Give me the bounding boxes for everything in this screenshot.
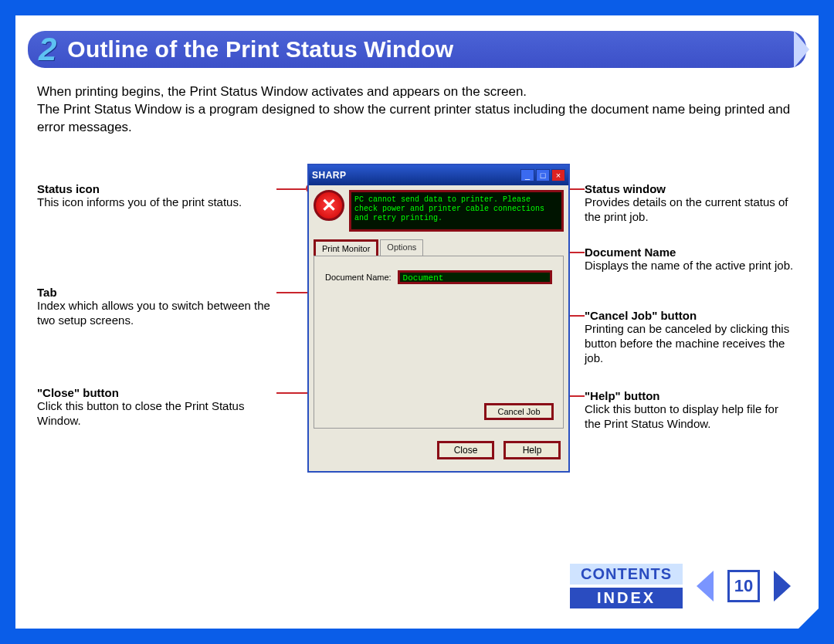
section-title-bar: 2 Outline of the Print Status Window	[28, 31, 806, 68]
status-area: ✕ PC cannot send data to printer. Please…	[309, 185, 568, 236]
status-error-icon: ✕	[314, 190, 344, 221]
maximize-icon[interactable]: □	[536, 169, 550, 181]
document-name-label: Document Name:	[325, 273, 392, 282]
document-name-field: Document	[398, 270, 552, 284]
tab-print-monitor[interactable]: Print Monitor	[314, 239, 378, 256]
chevron-right-icon	[794, 31, 809, 68]
next-page-icon[interactable]	[774, 571, 791, 602]
callout-tab: Tab Index which allows you to switch bet…	[37, 286, 276, 331]
cancel-job-button[interactable]: Cancel Job	[484, 403, 554, 420]
tab-options[interactable]: Options	[380, 239, 423, 256]
print-status-window: SHARP _ □ × ✕ PC cannot send data to pri…	[307, 164, 570, 473]
prev-page-icon[interactable]	[697, 571, 714, 602]
dialog-button-row: Close Help	[309, 433, 568, 467]
callout-status-icon: Status icon This icon informs you of the…	[37, 182, 276, 213]
tab-body: Document Name: Document Cancel Job	[314, 256, 564, 429]
status-message-panel: PC cannot send data to printer. Please c…	[349, 190, 564, 232]
callout-close-button: "Close" button Click this button to clos…	[37, 386, 276, 432]
footer-nav: CONTENTS INDEX 10	[570, 564, 791, 608]
manual-page: 2 Outline of the Print Status Window Whe…	[14, 14, 820, 630]
document-name-row: Document Name: Document	[325, 270, 552, 284]
window-close-icon[interactable]: ×	[551, 169, 565, 181]
callout-cancel-job: "Cancel Job" button Printing can be canc…	[585, 309, 797, 368]
window-titlebar: SHARP _ □ ×	[309, 165, 568, 185]
callout-status-window: Status window Provides details on the cu…	[585, 182, 797, 228]
minimize-icon[interactable]: _	[520, 169, 534, 181]
section-number: 2	[39, 31, 56, 68]
close-button[interactable]: Close	[437, 441, 494, 459]
callout-help-button: "Help" button Click this button to displ…	[585, 389, 797, 435]
window-titlebar-icons: _ □ ×	[520, 169, 565, 181]
tab-strip: Print Monitor Options	[314, 239, 564, 256]
brand-label: SHARP	[312, 170, 347, 181]
contents-index-block: CONTENTS INDEX	[570, 564, 683, 608]
intro-paragraph: When printing begins, the Print Status W…	[37, 83, 797, 137]
callout-document-name: Document Name Displays the name of the a…	[585, 246, 797, 276]
page-number: 10	[727, 570, 760, 602]
index-link[interactable]: INDEX	[570, 588, 683, 608]
page-corner-fold-icon	[798, 608, 819, 629]
contents-link[interactable]: CONTENTS	[570, 564, 683, 585]
help-button[interactable]: Help	[503, 441, 561, 459]
section-heading: Outline of the Print Status Window	[67, 36, 453, 63]
